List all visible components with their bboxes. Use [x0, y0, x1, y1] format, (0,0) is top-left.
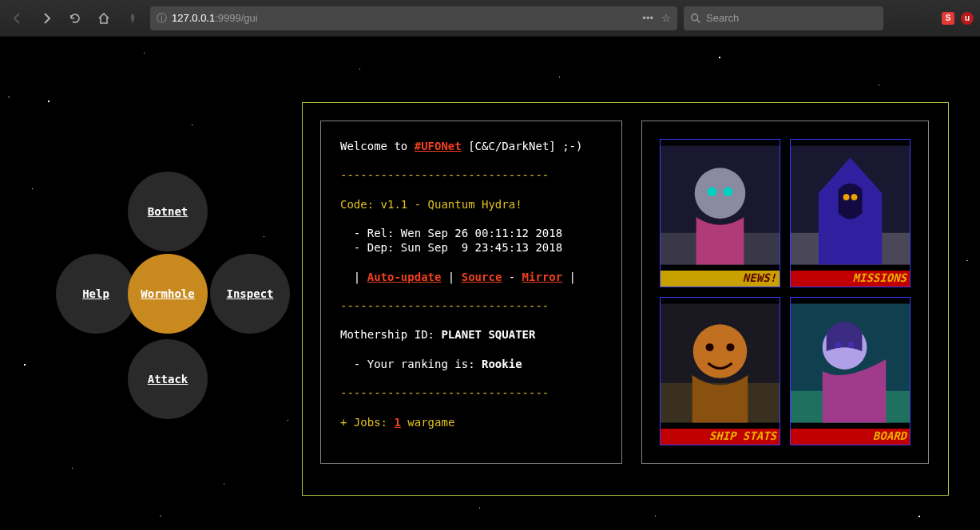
welcome-pre: Welcome to [340, 140, 415, 152]
svg-point-18 [835, 342, 842, 348]
nav-wormhole[interactable]: Wormhole [128, 254, 208, 334]
project-link[interactable]: #UFONet [415, 140, 462, 152]
nav-attack[interactable]: Attack [128, 339, 208, 419]
search-icon [690, 13, 701, 24]
svg-point-19 [848, 342, 855, 348]
tile-missions[interactable]: MISSIONS [790, 139, 911, 287]
code-line: Code: v1.1 - Quantum Hydra! [340, 198, 522, 211]
tile-news-image [661, 140, 780, 271]
reload-button[interactable] [64, 7, 86, 30]
tile-missions-caption: MISSIONS [791, 271, 910, 287]
welcome-post: [C&C/DarkNet] ;-) [462, 140, 583, 152]
main-panel: Welcome to #UFONet [C&C/DarkNet] ;-) ---… [302, 102, 949, 496]
svg-point-5 [723, 187, 732, 196]
nav-help[interactable]: Help [56, 254, 136, 334]
divider: ------------------------------- [340, 386, 549, 399]
search-placeholder: Search [706, 12, 739, 24]
svg-point-13 [706, 343, 714, 351]
tile-shipstats-image [661, 298, 780, 429]
search-bar[interactable]: Search [684, 6, 883, 30]
mothership-id: PLANET SQUATER [441, 328, 535, 341]
svg-point-0 [692, 14, 698, 20]
divider: ------------------------------- [340, 168, 549, 181]
tile-shipstats-caption: SHIP STATS [661, 429, 780, 445]
rel-line: - Rel: Wen Sep 26 00:11:12 2018 [340, 227, 562, 239]
rank-pre: - Your ranking is: [340, 358, 482, 370]
url-rest: :9999/gui [215, 12, 258, 24]
info-icon: ⓘ [157, 11, 167, 26]
tiles-box: NEWS! MISSIONS SHIP STATS BOARD [641, 121, 929, 464]
tile-missions-image [791, 140, 910, 271]
back-button[interactable] [6, 7, 29, 30]
url-bar[interactable]: ⓘ 127.0.0.1:9999/gui ••• ☆ [150, 6, 677, 30]
url-host: 127.0.0.1 [172, 12, 215, 24]
link-auto-update[interactable]: Auto-update [367, 271, 442, 283]
jobs-post: wargame [401, 416, 454, 429]
svg-point-12 [693, 324, 748, 378]
jobs-pre: + Jobs: [340, 416, 394, 429]
tile-board-image [791, 298, 910, 429]
dep-line: - Dep: Sun Sep 9 23:45:13 2018 [340, 241, 562, 254]
app-icon [121, 7, 144, 30]
browser-toolbar: ⓘ 127.0.0.1:9999/gui ••• ☆ Search S u [0, 0, 980, 37]
tile-news[interactable]: NEWS! [660, 139, 780, 287]
svg-point-9 [851, 194, 857, 200]
tile-news-caption: NEWS! [661, 271, 780, 287]
svg-point-3 [695, 168, 746, 219]
svg-point-14 [726, 343, 734, 351]
divider: ------------------------------- [340, 299, 549, 312]
circle-nav: Botnet Help Wormhole Inspect Attack [56, 172, 280, 427]
svg-point-4 [708, 187, 717, 196]
extension-ublock-icon[interactable]: u [961, 12, 974, 25]
rank-value: Rookie [482, 358, 522, 370]
link-mirror[interactable]: Mirror [522, 271, 563, 283]
forward-button[interactable] [35, 7, 58, 30]
mothership-label: Mothership ID: [340, 328, 441, 341]
extension-s-icon[interactable]: S [942, 12, 954, 25]
tile-shipstats[interactable]: SHIP STATS [660, 297, 780, 445]
bookmark-star-icon[interactable]: ☆ [661, 12, 671, 24]
home-button[interactable] [93, 7, 115, 30]
nav-inspect[interactable]: Inspect [210, 254, 290, 334]
tile-board[interactable]: BOARD [790, 297, 911, 445]
tile-board-caption: BOARD [791, 429, 910, 445]
jobs-count-link[interactable]: 1 [394, 416, 400, 429]
extension-icons: S u [942, 12, 974, 25]
page-actions-icon[interactable]: ••• [642, 12, 653, 24]
nav-botnet[interactable]: Botnet [128, 172, 208, 251]
link-source[interactable]: Source [462, 271, 502, 283]
svg-point-8 [843, 194, 850, 200]
info-box: Welcome to #UFONet [C&C/DarkNet] ;-) ---… [320, 121, 622, 464]
